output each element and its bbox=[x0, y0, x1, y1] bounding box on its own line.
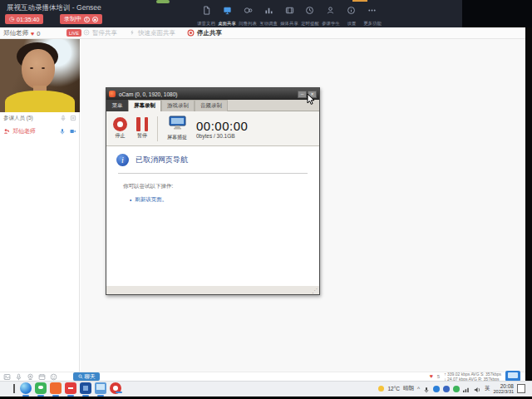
media-icon bbox=[285, 3, 294, 18]
tray-app-icon-green[interactable] bbox=[453, 386, 460, 392]
toolbar-item-desktop-share[interactable]: 桌面共享 bbox=[217, 3, 238, 25]
network-stats: ↑ 339.02 kbps AVG S: 357kbps ↓ 24.07 kbp… bbox=[444, 372, 501, 382]
taskbar-icon-wechat[interactable] bbox=[35, 382, 47, 394]
tray-app-icon-blue2[interactable] bbox=[443, 386, 450, 392]
taskbar-icon-orange-app[interactable] bbox=[50, 382, 62, 394]
heart-icon-bottom: ♥ bbox=[430, 373, 433, 379]
stop-button[interactable]: 停止 bbox=[113, 117, 127, 140]
heart-icon: ♥ bbox=[31, 31, 34, 37]
stop-recording-icon[interactable]: ■ bbox=[92, 17, 98, 22]
stop-share-button[interactable]: 停止共享 bbox=[187, 29, 222, 38]
toolbar-item-documents[interactable]: 课堂文档 bbox=[196, 3, 217, 25]
webcam-person-shirt bbox=[5, 91, 75, 112]
taskbar-icon-office-app[interactable] bbox=[80, 382, 91, 394]
recording-timer: 00:00:00 bbox=[196, 119, 248, 133]
upload-stats: ↑ 339.02 kbps AVG S: 357kbps bbox=[444, 372, 501, 377]
weather-desc[interactable]: 晴朗 bbox=[403, 385, 414, 392]
toolbar-divider bbox=[157, 116, 158, 141]
taskbar-time: 20:08 bbox=[494, 383, 514, 389]
mute-all-icon[interactable] bbox=[60, 115, 66, 122]
share-actions: 暂停共享 快速桌面共享 停止共享 bbox=[83, 28, 222, 38]
settings-icon bbox=[347, 3, 356, 18]
ocam-toolbar: 停止 暂停 屏幕捕捉 00:00:00 0bytes / 30.1GB bbox=[106, 111, 319, 146]
tab-screen-recording[interactable]: 屏幕录制 bbox=[128, 100, 161, 111]
presenter-name: 郑仙老师 bbox=[3, 29, 28, 37]
participant-row[interactable]: 郑仙老师 bbox=[0, 126, 80, 137]
more-icon bbox=[367, 3, 377, 18]
minimize-button[interactable]: ─ bbox=[298, 91, 307, 98]
screen: 展视互动录播体培训 - Gensee ◷ 01:35:40 录制中 ‖ ■ 课堂… bbox=[0, 0, 532, 399]
taskbar-clock[interactable]: 20:08 2022/3/31 bbox=[494, 383, 514, 395]
toolbar-item-media-share[interactable]: 媒体共享 bbox=[279, 3, 300, 25]
screen-capture-button[interactable]: 屏幕捕捉 bbox=[167, 116, 187, 141]
stop-record-icon bbox=[113, 117, 127, 131]
toolbar-item-settings[interactable]: 设置 bbox=[341, 3, 362, 25]
pause-button[interactable]: 暂停 bbox=[136, 117, 148, 140]
toolbar-item-attendees[interactable]: 参课学生 bbox=[320, 3, 341, 25]
stop-share-icon bbox=[187, 29, 195, 38]
toolbar-item-more[interactable]: 更多功能 bbox=[362, 3, 382, 25]
pause-recording-icon[interactable]: ‖ bbox=[84, 17, 90, 22]
ocam-tab-bar: 菜单 屏幕录制 游戏录制 音频录制 bbox=[106, 100, 319, 111]
refresh-page-link[interactable]: 刷新该页面。 bbox=[135, 196, 167, 204]
toolbar-item-poll[interactable]: 互动调查 bbox=[259, 3, 279, 25]
app-top-bar: 展视互动录播体培训 - Gensee ◷ 01:35:40 录制中 ‖ ■ 课堂… bbox=[0, 0, 532, 27]
survey-link-icon bbox=[244, 3, 253, 18]
ocam-status-strip: ⋰ bbox=[106, 286, 319, 294]
tab-game-recording[interactable]: 游戏录制 bbox=[161, 100, 195, 111]
person-icon bbox=[326, 3, 335, 18]
clock-outline-icon bbox=[305, 3, 314, 18]
ocam-title-bar[interactable]: oCam (0, 0, 1920, 1080) ─ ✕ bbox=[106, 88, 319, 100]
session-timer: 01:35:40 bbox=[17, 17, 39, 22]
toolbar-item-survey[interactable]: 问卷列表 bbox=[238, 3, 259, 25]
top-toolbar: 课堂文档 桌面共享 问卷列表 互动调查 媒体共享 定时提醒 bbox=[196, 3, 382, 25]
webcam-video bbox=[0, 39, 80, 112]
tray-mic-icon[interactable] bbox=[423, 382, 430, 397]
chat-toolbar bbox=[3, 372, 57, 380]
taskbar-caret bbox=[13, 384, 15, 393]
mouse-cursor bbox=[307, 93, 316, 109]
network-icon[interactable] bbox=[463, 382, 470, 397]
volume-icon[interactable] bbox=[474, 382, 481, 397]
heart-count: 0 bbox=[37, 30, 40, 37]
weather-sun-icon[interactable] bbox=[378, 386, 384, 392]
heart-count-bottom: 5 bbox=[437, 374, 440, 379]
tray-app-icon-blue1[interactable] bbox=[433, 386, 440, 392]
session-timer-badge: ◷ 01:35:40 bbox=[5, 14, 43, 24]
tab-audio-recording[interactable]: 音频录制 bbox=[195, 100, 228, 111]
mic-on-icon[interactable] bbox=[59, 128, 66, 135]
pause-share-button[interactable]: 暂停共享 bbox=[83, 29, 117, 37]
webcam-eye-right bbox=[42, 67, 45, 69]
ocam-app-icon bbox=[109, 91, 116, 97]
resize-grip[interactable]: ⋰ bbox=[312, 288, 318, 294]
camera-on-icon[interactable] bbox=[69, 128, 76, 135]
share-status-bar: 郑仙老师 ♥ 0 LIVE 暂停共享 快速桌面共享 停止共享 bbox=[0, 27, 525, 39]
webcam-person-face bbox=[22, 49, 55, 89]
top-green-indicator bbox=[156, 0, 170, 3]
taskbar-icon-ocam[interactable] bbox=[110, 382, 121, 394]
quick-share-button[interactable]: 快速桌面共享 bbox=[129, 29, 175, 37]
right-black-strip bbox=[525, 27, 532, 381]
bullet-icon: • bbox=[130, 197, 131, 203]
taskbar-icon-red-app[interactable] bbox=[65, 382, 76, 394]
page-heading: 已取消网页导航 bbox=[135, 155, 188, 165]
tray-expand-chevron[interactable]: ^ bbox=[417, 386, 420, 392]
ocam-menu-button[interactable]: 菜单 bbox=[106, 100, 128, 111]
presenter-box: 郑仙老师 ♥ 0 bbox=[3, 29, 40, 37]
participants-more-icon[interactable] bbox=[70, 115, 76, 122]
participant-name: 郑仙老师 bbox=[12, 127, 36, 135]
chat-search-button[interactable]: 聊天 bbox=[73, 372, 100, 381]
clock-icon: ◷ bbox=[9, 16, 14, 22]
taskbar-icon-screenshare-app[interactable] bbox=[95, 382, 106, 394]
taskbar-icon-edge[interactable] bbox=[20, 382, 32, 394]
search-icon bbox=[78, 374, 83, 380]
presenter-role-icon bbox=[3, 128, 10, 135]
toolbar-item-timer[interactable]: 定时提醒 bbox=[299, 3, 320, 25]
pause-record-icon bbox=[136, 117, 148, 131]
recording-timer-block: 00:00:00 0bytes / 30.1GB bbox=[196, 119, 248, 139]
weather-temp[interactable]: 12°C bbox=[387, 386, 400, 392]
live-badge: LIVE bbox=[66, 29, 81, 37]
ime-indicator[interactable]: 英 bbox=[485, 385, 490, 392]
notification-center-icon[interactable] bbox=[517, 384, 525, 393]
ocam-window: oCam (0, 0, 1920, 1080) ─ ✕ 菜单 屏幕录制 游戏录制… bbox=[106, 87, 320, 295]
